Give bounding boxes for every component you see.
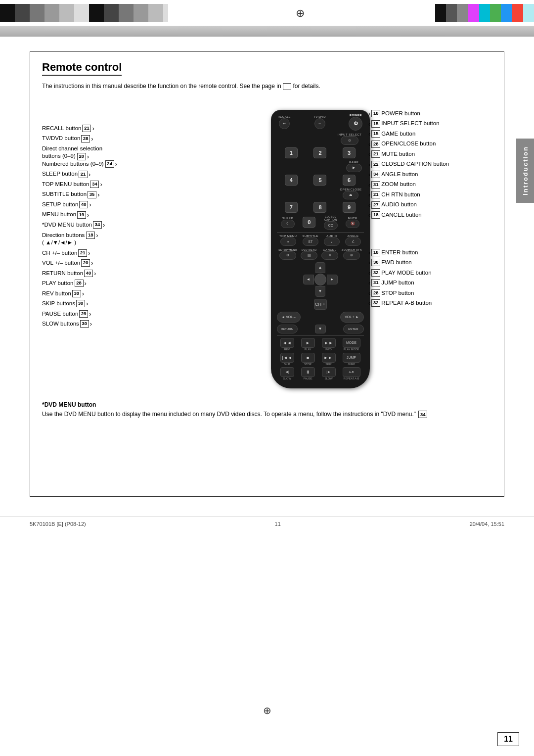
ch-plus-btn[interactable]: CH + [314,299,327,310]
color-black [435,4,446,22]
mute-btn[interactable]: 🔇 [346,220,359,228]
cc-btn[interactable]: CC [324,221,338,230]
dpad-center [314,274,326,285]
fwd-btn[interactable]: ►► [322,338,336,348]
remote-drawing: RECALL ↩ TV/DVD ↔ POWER ⏻ [271,110,380,388]
color-gray [457,4,468,22]
dvd-note-badge: 34 [418,411,427,418]
dvd-menu-btn[interactable]: ▤ [301,251,317,260]
left-labels: RECALL button 21› TV/DVD button 28› Dire… [42,100,158,388]
divider-2 [277,335,364,336]
dvd-menu-group: DVD MENU ▤ [301,248,317,260]
num-3-btn[interactable]: 3 [343,147,356,158]
audio-btn[interactable]: ♪ [324,237,340,246]
label-skip: SKIP buttons 30› [42,300,158,308]
pause-btn[interactable]: ⏸ [301,367,315,377]
slow-back-btn[interactable]: ◄| [280,367,294,377]
dpad-left-btn[interactable]: ◄ [303,275,314,284]
dpad-right-btn[interactable]: ► [327,275,338,284]
label-sleep: SLEEP button 21› [42,170,158,178]
vol-plus-btn[interactable]: VOL + ► [340,312,364,323]
pause-group: ⏸ PAUSE [301,367,315,380]
footer: 5K70101B [E] (P08-12) 11 20/4/04, 15:51 [0,517,534,531]
slow-fwd-group: |► SLOW [322,367,336,380]
game-btn[interactable]: ▶ [346,164,362,172]
num-8-btn[interactable]: 8 [313,202,326,213]
rev-btn[interactable]: ◄◄ [280,338,294,348]
label-game: ‹15 GAME button [368,130,492,138]
dpad-down-btn[interactable]: ▼ [315,286,325,297]
subtitle-btn[interactable]: ST [303,237,318,246]
vol-minus-btn[interactable]: ◄ VOL – [277,312,301,323]
openclose-group: OPEN/CLOSE ⏏ [340,188,361,199]
color-blocks [435,4,534,22]
slow-pause-row: ◄| SLOW ⏸ PAUSE |► SLOW [277,367,364,380]
ch-down-btn[interactable]: ▼ [315,325,326,333]
label-menu: MENU button 19› [42,211,158,219]
label-stop: ‹28 STOP button [368,289,492,297]
return-enter-row: RETURN ▼ ENTER [277,325,364,333]
label-direction: Direction buttons 18› ( ▲/▼/◄/► ) [42,232,158,247]
diagram-area: RECALL button 21› TV/DVD button 28› Dire… [42,100,492,388]
label-enter: ‹18 ENTER button [368,249,492,257]
num-5-btn[interactable]: 5 [313,175,326,186]
gradient-bar-left [0,4,168,22]
zoom-chrtn-btn[interactable]: ⊕ [343,251,360,260]
dvd-note-body: Use the DVD MENU button to display the m… [42,411,417,418]
skip-back-btn[interactable]: |◄◄ [280,353,294,363]
main-content: Remote control The instructions in this … [0,37,534,507]
color-green [490,4,501,22]
input-select-btn[interactable]: ⊙ [341,136,358,145]
num-row-3: 7 8 9 [277,202,364,213]
num-7-btn[interactable]: 7 [285,202,298,213]
setupmenu-group: SETUP/MENU ⚙ [278,248,297,260]
label-dvd-menu: *DVD MENU button 34› [42,221,158,229]
num-0-btn[interactable]: 0 [303,217,315,228]
sleep-btn[interactable]: ☾ [281,220,295,228]
play-btn[interactable]: ► [301,338,315,348]
color-blue [501,4,512,22]
return-btn[interactable]: RETURN [277,325,298,333]
dpad-up-btn[interactable]: ▲ [315,262,325,273]
skip-fwd-btn[interactable]: ►►| [322,353,336,363]
num-9-btn[interactable]: 9 [343,202,356,213]
label-slow: SLOW buttons 30› [42,320,158,328]
slow-fwd-btn[interactable]: |► [322,367,336,377]
recall-group: RECALL ↩ [278,115,291,129]
label-direct-ch: Direct channel selection buttons (0–9) 2… [42,145,158,168]
bottom-crosshair: ⊕ [263,705,271,716]
recall-btn[interactable]: ↩ [279,118,290,129]
num-2-btn[interactable]: 2 [313,147,326,158]
openclose-btn[interactable]: ⏏ [343,191,358,199]
zoom-chrtn-group: ZOOM/CH RTN ⊕ [342,248,362,260]
stop-btn[interactable]: ■ [301,353,315,363]
jump-btn[interactable]: JUMP [343,353,360,363]
page-number-box: 11 [497,732,519,746]
top-menu-btn[interactable]: ≡ [280,237,296,246]
num-row-1: 1 2 3 [277,147,364,158]
num-4-btn[interactable]: 4 [285,175,298,186]
repeat-ab-btn[interactable]: A-B [343,367,360,377]
label-mute: ‹21 MUTE button [368,150,492,158]
gray-gradient-bar [0,26,534,37]
fwd-group: ►► FWD [322,338,336,351]
power-btn[interactable]: ⏻ [349,117,362,131]
footer-left: 5K70101B [E] (P08-12) [30,521,86,527]
enter-btn[interactable]: ENTER [343,325,364,333]
num-1-btn[interactable]: 1 [285,147,298,158]
label-cc: ‹22 CLOSED CAPTION button [368,160,492,168]
dvd-menu-note: *DVD MENU button Use the DVD MENU button… [42,400,492,419]
label-power: ‹18 POWER button [368,110,492,118]
setup-menu-btn[interactable]: ⚙ [279,251,296,260]
num-row-2: 4 5 6 [277,175,364,186]
mute-group: MUTE 🔇 [346,217,359,228]
subtitle-group: SUBTITLE ST [302,235,318,246]
cancel-btn[interactable]: ✕ [321,251,338,260]
label-play: PLAY button 28› [42,280,158,287]
playmode-btn[interactable]: MODE [343,338,360,348]
num-6-btn[interactable]: 6 [343,175,356,186]
tvdvd-btn[interactable]: ↔ [314,118,325,129]
angle-btn[interactable]: ∠ [345,237,361,246]
footer-center: 11 [275,521,281,527]
color-magenta [468,4,479,22]
